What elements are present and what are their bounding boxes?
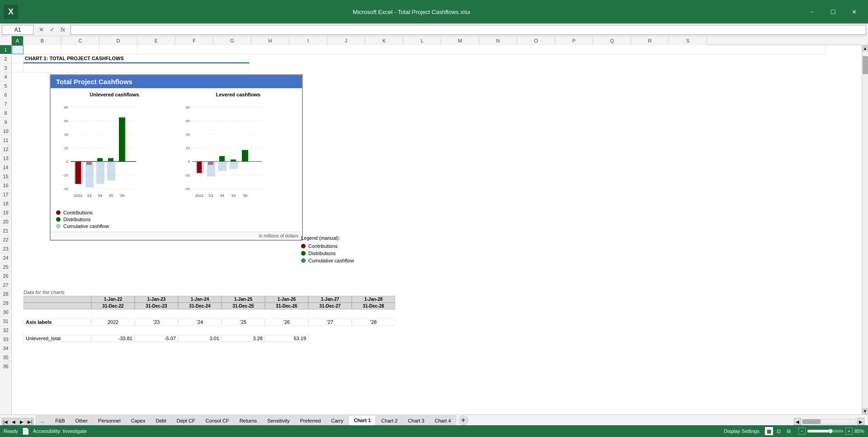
col-header-o[interactable]: O (517, 36, 555, 45)
row-num-18[interactable]: 18 (0, 199, 11, 208)
row-num-23[interactable]: 23 (0, 244, 11, 253)
tab-scroll-buttons[interactable]: |◀ ◀ ▶ ▶| (2, 418, 33, 425)
row-num-28[interactable]: 28 (0, 290, 11, 299)
row-num-13[interactable]: 13 (0, 154, 11, 163)
insert-function-button[interactable]: fx (58, 25, 68, 35)
cell-b1[interactable] (24, 45, 61, 54)
col-header-i[interactable]: I (289, 36, 327, 45)
tab-scroll-last[interactable]: ▶| (26, 418, 33, 425)
cancel-formula-button[interactable]: ✕ (36, 25, 46, 35)
hscroll-right[interactable]: ▶ (857, 418, 864, 425)
cell-d1[interactable] (99, 45, 137, 54)
col-header-a[interactable]: A (12, 36, 24, 45)
zoom-handle[interactable] (828, 429, 833, 433)
cell-c1[interactable] (61, 45, 99, 54)
row-num-20[interactable]: 20 (0, 217, 11, 226)
row-num-27[interactable]: 27 (0, 280, 11, 290)
col-header-h[interactable]: H (251, 36, 289, 45)
vertical-scrollbar[interactable]: ▲ ▼ (862, 45, 868, 414)
sheet-tab-other[interactable]: Other (71, 415, 93, 425)
row-num-31[interactable]: 31 (0, 317, 11, 326)
col-header-b[interactable]: B (24, 36, 61, 45)
row-num-1[interactable]: 1 (0, 45, 11, 54)
row-num-11[interactable]: 11 (0, 136, 11, 145)
zoom-out-button[interactable]: − (798, 428, 806, 435)
hscroll-thumb[interactable] (802, 419, 821, 424)
col-header-m[interactable]: M (441, 36, 479, 45)
col-header-n[interactable]: N (479, 36, 517, 45)
formula-input[interactable] (71, 25, 866, 35)
accessibility-status[interactable]: Accessibility: Investigate (33, 428, 87, 434)
col-header-r[interactable]: R (631, 36, 669, 45)
row-num-16[interactable]: 16 (0, 181, 11, 190)
view-buttons[interactable]: ▦ ⊡ ⊟ (765, 427, 793, 435)
cell-rest-1[interactable] (137, 45, 826, 54)
sheet-tab-sensitivity[interactable]: Sensitivity (262, 415, 295, 425)
row-num-35[interactable]: 35 (0, 353, 11, 362)
zoom-control[interactable]: − + 85% (798, 428, 864, 435)
sheet-tab-consolcf[interactable]: Consol CF (201, 415, 234, 425)
view-normal-button[interactable]: ▦ (765, 427, 773, 435)
row-num-25[interactable]: 25 (0, 262, 11, 271)
col-header-g[interactable]: G (213, 36, 251, 45)
row-num-12[interactable]: 12 (0, 145, 11, 154)
col-header-l[interactable]: L (403, 36, 441, 45)
row-num-30[interactable]: 30 (0, 308, 11, 317)
tab-scroll-next[interactable]: ▶ (18, 418, 25, 425)
sheet-tab-personnel[interactable]: Personnel (93, 415, 126, 425)
row-num-15[interactable]: 15 (0, 172, 11, 181)
cell-a3[interactable] (12, 63, 24, 72)
cell-reference-box[interactable]: A1 (2, 25, 33, 35)
col-header-e[interactable]: E (137, 36, 175, 45)
row-num-2[interactable]: 2 (0, 54, 11, 63)
tab-scroll-first[interactable]: |◀ (2, 418, 9, 425)
scroll-thumb[interactable] (863, 56, 868, 74)
view-preview-button[interactable]: ⊟ (785, 427, 793, 435)
col-header-q[interactable]: Q (593, 36, 631, 45)
cell-a2[interactable] (12, 54, 24, 63)
row-num-19[interactable]: 19 (0, 208, 11, 217)
sheet-tab-chart3[interactable]: Chart 3 (403, 415, 429, 425)
scroll-down-button[interactable]: ▼ (862, 408, 868, 414)
row-num-7[interactable]: 7 (0, 100, 11, 109)
zoom-in-button[interactable]: + (845, 428, 853, 435)
add-sheet-button[interactable]: + (458, 415, 468, 425)
sheet-tab-carry[interactable]: Carry (326, 415, 349, 425)
row-num-17[interactable]: 17 (0, 190, 11, 199)
sheet-tab-capex[interactable]: Capex (126, 415, 151, 425)
row-num-29[interactable]: 29 (0, 299, 11, 308)
row-num-21[interactable]: 21 (0, 226, 11, 235)
zoom-slider[interactable] (807, 430, 844, 432)
view-page-button[interactable]: ⊡ (775, 427, 783, 435)
col-header-s[interactable]: S (669, 36, 707, 45)
confirm-formula-button[interactable]: ✓ (47, 25, 57, 35)
close-button[interactable]: ✕ (844, 5, 864, 19)
scroll-track[interactable] (862, 52, 868, 408)
col-header-j[interactable]: J (327, 36, 365, 45)
col-header-f[interactable]: F (175, 36, 213, 45)
hscroll-left[interactable]: ◀ (794, 418, 801, 425)
row-num-6[interactable]: 6 (0, 90, 11, 100)
cell-a1[interactable] (12, 45, 24, 54)
cell-b2[interactable]: CHART 1: TOTAL PROJECT CASHFLOWS (24, 54, 250, 63)
sheet-tab-chart2[interactable]: Chart 2 (376, 415, 402, 425)
sheet-tab-debt[interactable]: Debt (151, 415, 171, 425)
row-num-33[interactable]: 33 (0, 335, 11, 344)
sheet-tab-ellipsis[interactable]: ... (36, 415, 50, 425)
row-num-14[interactable]: 14 (0, 163, 11, 172)
sheet-tab-chart1[interactable]: Chart 1 (349, 415, 376, 425)
row-num-36[interactable]: 36 (0, 362, 11, 371)
sheet-tab-preferred[interactable]: Preferred (295, 415, 326, 425)
row-num-34[interactable]: 34 (0, 344, 11, 353)
window-controls[interactable]: − ☐ ✕ (802, 5, 864, 19)
row-num-9[interactable]: 9 (0, 118, 11, 127)
maximize-button[interactable]: ☐ (823, 5, 843, 19)
row-num-32[interactable]: 32 (0, 326, 11, 335)
col-header-p[interactable]: P (555, 36, 593, 45)
sheet-tab-returns[interactable]: Returns (235, 415, 262, 425)
row-num-22[interactable]: 22 (0, 235, 11, 244)
row-num-8[interactable]: 8 (0, 109, 11, 118)
row-num-26[interactable]: 26 (0, 271, 11, 280)
hscroll-area[interactable]: ◀ ▶ (794, 418, 864, 425)
col-header-k[interactable]: K (365, 36, 403, 45)
